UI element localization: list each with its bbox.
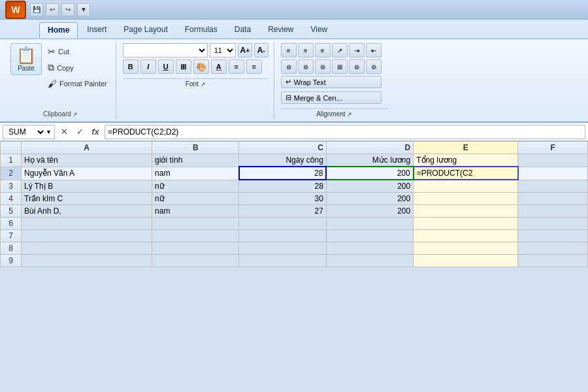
cell-a2[interactable]: Nguyễn Văn A [22, 167, 152, 180]
italic-button[interactable]: I [140, 59, 156, 74]
row-header-3[interactable]: 3 [1, 180, 22, 193]
cell-b3[interactable]: nữ [152, 180, 239, 193]
align-center-button[interactable]: ⊜ [298, 59, 314, 74]
cell-f5[interactable] [518, 205, 588, 218]
confirm-formula-button[interactable]: ✓ [73, 127, 86, 137]
align-top-right-button[interactable]: ≡ [315, 43, 331, 57]
border-button[interactable]: ⊞ [176, 59, 191, 74]
clipboard-expand-icon[interactable]: ↗ [73, 111, 78, 118]
cell-f6[interactable] [518, 218, 588, 230]
cell-e2[interactable]: =PRODUCT(C2 [414, 167, 518, 180]
row-header-2[interactable]: 2 [1, 167, 22, 180]
cell-d7[interactable] [326, 230, 413, 242]
cell-c9[interactable] [239, 255, 326, 267]
cell-b7[interactable] [152, 230, 239, 242]
cell-f4[interactable] [518, 193, 588, 205]
wrap-indent-button[interactable]: ⇥ [349, 43, 365, 57]
align-indent-less-button[interactable]: ⊜ [366, 59, 382, 74]
cell-c1[interactable]: Ngày công [239, 154, 326, 167]
alignment-expand-icon[interactable]: ↗ [347, 111, 352, 118]
cell-e5[interactable] [414, 205, 518, 218]
font-size-increase-button[interactable]: A+ [238, 43, 252, 57]
cell-d3[interactable]: 200 [326, 180, 413, 193]
tab-view[interactable]: View [302, 22, 335, 39]
align-dist-button[interactable]: ⊞ [332, 59, 348, 74]
tab-data[interactable]: Data [227, 22, 259, 39]
cell-a1[interactable]: Họ và tên [22, 154, 152, 167]
cell-b1[interactable]: giới tính [152, 154, 239, 167]
col-header-d[interactable]: D [326, 142, 413, 154]
row-header-4[interactable]: 4 [1, 193, 22, 205]
font-family-select[interactable] [123, 43, 208, 57]
cell-a7[interactable] [22, 230, 152, 242]
col-header-f[interactable]: F [518, 142, 588, 154]
cell-c2[interactable]: 28 [239, 167, 326, 180]
align-left-button[interactable]: ⊜ [281, 59, 297, 74]
formula-input[interactable] [105, 125, 585, 139]
name-box[interactable]: SUM ▼ [3, 125, 55, 139]
cell-c4[interactable]: 30 [239, 193, 326, 205]
format-painter-button[interactable]: 🖌 Format Painter [44, 76, 110, 91]
insert-function-button[interactable]: fx [89, 127, 102, 137]
underline-button[interactable]: U [158, 59, 174, 74]
cell-f2[interactable] [518, 167, 588, 180]
undo-button[interactable]: ↩ [46, 3, 59, 16]
cell-b6[interactable] [152, 218, 239, 230]
row-header-6[interactable]: 6 [1, 218, 22, 230]
cell-c3[interactable]: 28 [239, 180, 326, 193]
col-header-a[interactable]: A [22, 142, 152, 154]
row-header-8[interactable]: 8 [1, 242, 22, 255]
cell-e9[interactable] [414, 255, 518, 267]
cell-e3[interactable] [414, 180, 518, 193]
copy-button[interactable]: ⧉ Copy [44, 60, 110, 75]
name-box-select[interactable]: SUM [6, 127, 46, 137]
cell-f8[interactable] [518, 242, 588, 255]
align-extra-button[interactable]: ⇤ [366, 43, 382, 57]
cell-c6[interactable] [239, 218, 326, 230]
cell-a5[interactable]: Bùi Anh D, [22, 205, 152, 218]
redo-button[interactable]: ↪ [61, 3, 74, 16]
cell-e4[interactable] [414, 193, 518, 205]
fill-color-button[interactable]: 🎨 [193, 59, 209, 74]
cell-c7[interactable] [239, 230, 326, 242]
cell-f9[interactable] [518, 255, 588, 267]
cell-d6[interactable] [326, 218, 413, 230]
cell-d9[interactable] [326, 255, 413, 267]
row-header-7[interactable]: 7 [1, 230, 22, 242]
tab-home[interactable]: Home [39, 22, 78, 39]
cell-c5[interactable]: 27 [239, 205, 326, 218]
cell-e7[interactable] [414, 230, 518, 242]
cell-d5[interactable]: 200 [326, 205, 413, 218]
cell-a3[interactable]: Lý Thị B [22, 180, 152, 193]
cell-b8[interactable] [152, 242, 239, 255]
font-extra2-button[interactable]: ≡ [246, 59, 262, 74]
qat-dropdown[interactable]: ▼ [77, 3, 90, 16]
cell-a6[interactable] [22, 218, 152, 230]
name-box-dropdown-icon[interactable]: ▼ [46, 129, 52, 135]
cut-button[interactable]: ✂ Cut [44, 44, 110, 59]
bold-button[interactable]: B [123, 59, 139, 74]
cancel-formula-button[interactable]: ✕ [57, 127, 71, 137]
font-size-decrease-button[interactable]: A- [254, 43, 269, 57]
col-header-c[interactable]: C [239, 142, 326, 154]
col-header-b[interactable]: B [152, 142, 239, 154]
align-top-center-button[interactable]: ≡ [298, 43, 314, 57]
office-button[interactable]: W [5, 1, 26, 19]
cell-f1[interactable] [518, 154, 588, 167]
row-header-5[interactable]: 5 [1, 205, 22, 218]
font-expand-icon[interactable]: ↗ [201, 81, 206, 88]
align-indent-more-button[interactable]: ⊜ [349, 59, 365, 74]
align-top-left-button[interactable]: ≡ [281, 43, 297, 57]
tab-formulas[interactable]: Formulas [177, 22, 225, 39]
cell-a9[interactable] [22, 255, 152, 267]
font-size-select[interactable]: 11 [210, 43, 236, 57]
cell-c8[interactable] [239, 242, 326, 255]
row-header-1[interactable]: 1 [1, 154, 22, 167]
row-header-9[interactable]: 9 [1, 255, 22, 267]
save-button[interactable]: 💾 [30, 3, 43, 16]
merge-center-button[interactable]: ⊟ Merge & Cen... [281, 91, 382, 104]
cell-b5[interactable]: nam [152, 205, 239, 218]
cell-a8[interactable] [22, 242, 152, 255]
rotate-text-button[interactable]: ↗ [332, 43, 348, 57]
cell-f7[interactable] [518, 230, 588, 242]
